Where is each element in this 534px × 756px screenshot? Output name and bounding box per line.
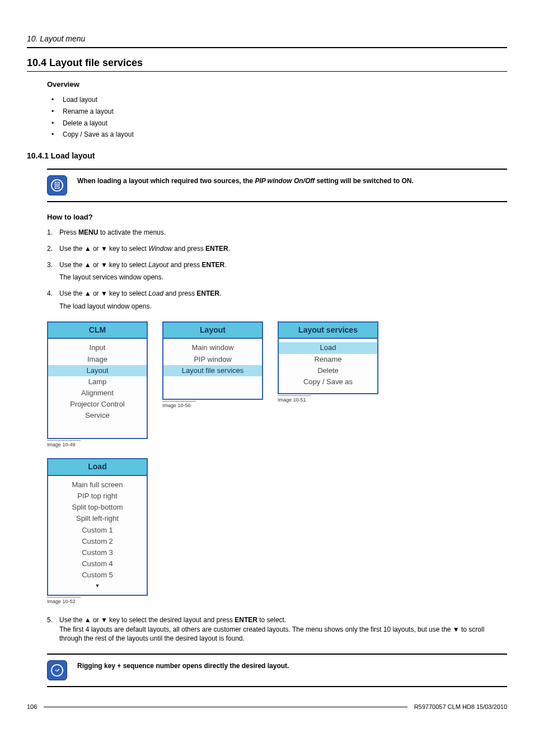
tip-block: Rigging key + sequence number opens dire… (47, 654, 507, 687)
menu-item-selected: Load (279, 342, 377, 353)
menu-item: PIP top right (48, 491, 147, 502)
menu-layout-services: Layout services Load Rename Delete Copy … (278, 321, 378, 394)
menu-item: Main window (163, 342, 262, 353)
image-caption: Image 10-51 (278, 395, 311, 404)
page-number: 106 (27, 703, 37, 711)
menu-item: Main full screen (48, 479, 147, 491)
step-item: Press MENU to activate the menus. (47, 228, 507, 237)
menu-screenshots-row: CLM Input Image Layout Lamp Alignment Pr… (47, 321, 507, 449)
header-rule (27, 47, 507, 48)
menu-title: CLM (48, 323, 147, 339)
image-caption: Image 10-52 (47, 597, 81, 605)
menu-item: Custom 1 (48, 525, 147, 536)
step-item: 5. Use the ▲ or ▼ key to select the desi… (47, 615, 507, 643)
menu-item: Custom 2 (48, 536, 147, 547)
menu-item: Projector Control (48, 399, 147, 410)
menu-item: Image (48, 354, 147, 365)
menu-title: Layout (163, 323, 262, 339)
menu-load: Load Main full screen PIP top right Spli… (47, 458, 148, 596)
menu-item-selected: Layout (48, 365, 147, 376)
doc-id: R59770057 CLM HD8 15/03/2010 (414, 703, 507, 711)
step-item: Use the ▲ or ▼ key to select Load and pr… (47, 289, 507, 311)
note-block: When loading a layout which required two… (47, 169, 507, 202)
list-item: Copy / Save as a layout (47, 130, 507, 139)
svg-point-6 (51, 665, 63, 676)
page-footer: 106 R59770057 CLM HD8 15/03/2010 (27, 703, 507, 711)
step-item: Use the ▲ or ▼ key to select Window and … (47, 244, 507, 254)
list-item: Load layout (47, 95, 507, 105)
menu-clm: CLM Input Image Layout Lamp Alignment Pr… (47, 321, 148, 439)
menu-item: Lamp (48, 376, 147, 388)
tip-text: Rigging key + sequence number opens dire… (77, 660, 289, 671)
overview-heading: Overview (47, 80, 507, 90)
menu-item: Custom 5 (48, 570, 147, 581)
overview-list: Load layout Rename a layout Delete a lay… (47, 95, 507, 139)
menu-title: Load (48, 459, 147, 476)
list-item: Rename a layout (47, 107, 507, 116)
subsection-heading: 10.4.1 Load layout (27, 151, 507, 162)
note-icon (47, 175, 67, 195)
list-item: Delete a layout (47, 119, 507, 128)
menu-item: Custom 4 (48, 558, 147, 570)
menu-screenshots-row-2: Load Main full screen PIP top right Spli… (47, 458, 507, 605)
note-text: When loading a layout which required two… (77, 175, 414, 186)
svg-rect-1 (55, 182, 59, 188)
tip-icon (47, 660, 67, 680)
section-heading: 10.4 Layout file services (27, 56, 507, 70)
menu-item: Spilt left-right (48, 513, 147, 524)
menu-item: Copy / Save as (279, 376, 377, 388)
menu-item: PIP window (163, 354, 262, 365)
howto-heading: How to load? (47, 212, 507, 222)
menu-item: Rename (279, 354, 377, 365)
step-sub: The load layout window opens. (59, 302, 507, 311)
image-caption: Image 10-50 (162, 401, 196, 409)
menu-item: Custom 3 (48, 547, 147, 558)
menu-item: Delete (279, 365, 377, 376)
scroll-down-indicator: ▼ (48, 581, 147, 590)
menu-item: Alignment (48, 388, 147, 399)
breadcrumb: 10. Layout menu (27, 34, 507, 45)
menu-item: Input (48, 342, 147, 353)
steps-list: Press MENU to activate the menus. Use th… (47, 228, 507, 311)
step-sub: The layout services window opens. (59, 273, 507, 282)
footer-rule (44, 707, 407, 707)
svg-point-0 (51, 180, 63, 191)
menu-title: Layout services (279, 323, 377, 339)
step-sub: The first 4 layouts are default layouts,… (59, 625, 507, 644)
menu-item: Service (48, 410, 147, 421)
steps-list-continue: 5. Use the ▲ or ▼ key to select the desi… (47, 615, 507, 643)
menu-layout: Layout Main window PIP window Layout fil… (162, 321, 263, 400)
step-item: Use the ▲ or ▼ key to select Layout and … (47, 260, 507, 283)
menu-item-selected: Layout file services (163, 365, 262, 376)
section-underline (27, 71, 507, 72)
image-caption: Image 10-49 (47, 440, 81, 449)
menu-item: Split top-bottom (48, 502, 147, 513)
step-number: 5. (47, 615, 53, 625)
